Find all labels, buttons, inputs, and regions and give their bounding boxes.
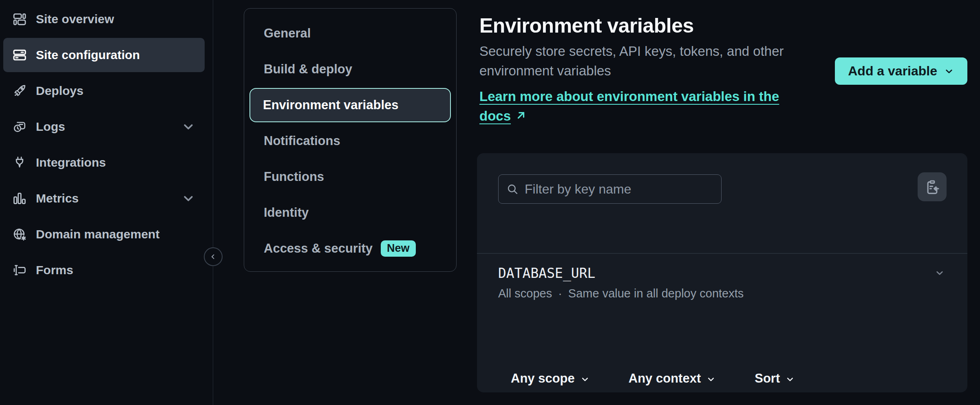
config-nav-item-label: Access & security xyxy=(264,241,373,256)
sort-dropdown[interactable]: Sort xyxy=(755,367,795,390)
sidebar-item-integrations[interactable]: Integrations xyxy=(3,145,205,180)
clipboard-import-icon xyxy=(924,179,940,195)
server-icon xyxy=(12,48,27,62)
form-icon xyxy=(12,263,27,277)
sidebar-item-label: Site configuration xyxy=(36,48,140,62)
config-nav-item-build-deploy[interactable]: Build & deploy xyxy=(244,51,456,87)
config-nav-item-notifications[interactable]: Notifications xyxy=(244,123,456,159)
env-var-meta: All scopes·Same value in all deploy cont… xyxy=(498,287,946,300)
dropdown-label: Sort xyxy=(755,371,780,386)
chevron-left-icon xyxy=(209,253,217,261)
env-vars-list: DATABASE_URLAll scopes·Same value in all… xyxy=(477,254,967,313)
sidebar-collapse-button[interactable] xyxy=(204,247,223,266)
sidebar-item-label: Metrics xyxy=(36,191,79,205)
config-nav-item-access-security[interactable]: Access & securityNew xyxy=(244,231,456,266)
chevron-down-icon xyxy=(181,191,196,206)
page-title: Environment variables xyxy=(479,14,694,37)
config-nav-item-identity[interactable]: Identity xyxy=(244,195,456,231)
chevron-down-icon[interactable] xyxy=(934,268,945,278)
grid-icon xyxy=(12,12,27,26)
chevron-down-icon xyxy=(706,374,716,384)
sidebar-item-forms[interactable]: Forms xyxy=(3,253,205,287)
any-context-dropdown[interactable]: Any context xyxy=(629,367,716,390)
any-scope-dropdown[interactable]: Any scope xyxy=(511,367,590,390)
sidebar-item-metrics[interactable]: Metrics xyxy=(3,181,205,216)
sidebar-nav: Site overviewSite configurationDeploysLo… xyxy=(0,2,213,287)
meta-separator: · xyxy=(558,287,562,300)
sidebar-item-label: Site overview xyxy=(36,12,114,26)
app-root: Site overviewSite configurationDeploysLo… xyxy=(0,0,980,405)
config-nav-item-label: Functions xyxy=(264,169,324,184)
sidebar-item-logs[interactable]: Logs xyxy=(3,110,205,144)
sidebar-item-label: Forms xyxy=(36,263,73,277)
env-var-row[interactable]: DATABASE_URLAll scopes·Same value in all… xyxy=(477,254,967,313)
logs-icon xyxy=(12,119,27,134)
sidebar: Site overviewSite configurationDeploysLo… xyxy=(0,0,213,405)
filter-input-wrapper xyxy=(498,174,722,204)
config-nav-item-general[interactable]: General xyxy=(244,15,456,51)
env-vars-panel: Any scopeAny contextSort DATABASE_URLAll… xyxy=(477,153,967,392)
sidebar-item-domain-management[interactable]: Domain management xyxy=(3,217,205,251)
config-nav-item-label: Notifications xyxy=(264,134,340,148)
chevron-down-icon xyxy=(944,66,954,77)
config-nav-item-label: General xyxy=(264,26,311,41)
filter-input[interactable] xyxy=(525,182,714,197)
add-variable-label: Add a variable xyxy=(848,64,937,79)
globe-icon xyxy=(12,227,27,242)
sidebar-item-label: Integrations xyxy=(36,156,106,169)
page-description: Securely store secrets, API keys, tokens… xyxy=(479,42,806,81)
dropdown-label: Any scope xyxy=(511,371,575,386)
sidebar-item-label: Domain management xyxy=(36,227,159,241)
env-var-key: DATABASE_URL xyxy=(498,265,946,281)
filter-dropdown-row: Any scopeAny contextSort xyxy=(511,367,795,390)
new-badge: New xyxy=(381,240,416,257)
chevron-down-icon xyxy=(181,119,196,134)
sidebar-item-deploys[interactable]: Deploys xyxy=(3,74,205,108)
sidebar-item-label: Deploys xyxy=(36,84,84,98)
main-content: Environment variables Securely store sec… xyxy=(477,0,967,405)
plug-icon xyxy=(12,155,27,170)
site-configuration-nav: GeneralBuild & deployEnvironment variabl… xyxy=(244,8,457,272)
chevron-down-icon xyxy=(580,374,590,384)
dropdown-label: Any context xyxy=(629,371,701,386)
env-var-scope: All scopes xyxy=(498,287,552,300)
config-nav-item-functions[interactable]: Functions xyxy=(244,159,456,195)
search-icon xyxy=(506,183,519,196)
docs-link[interactable]: Learn more about environment variables i… xyxy=(479,87,785,126)
rocket-icon xyxy=(12,84,27,98)
sidebar-item-site-configuration[interactable]: Site configuration xyxy=(3,38,205,72)
chevron-down-icon xyxy=(785,374,795,384)
external-link-icon xyxy=(515,109,527,121)
config-nav-item-label: Build & deploy xyxy=(264,62,352,77)
config-nav-item-environment-variables[interactable]: Environment variables xyxy=(249,88,451,122)
sidebar-item-site-overview[interactable]: Site overview xyxy=(3,2,205,36)
sidebar-item-label: Logs xyxy=(36,120,65,134)
env-var-context: Same value in all deploy contexts xyxy=(568,287,744,300)
bar-chart-icon xyxy=(12,191,27,206)
config-nav-item-label: Identity xyxy=(264,205,309,220)
import-env-button[interactable] xyxy=(918,172,947,201)
add-variable-button[interactable]: Add a variable xyxy=(835,57,967,85)
config-nav-item-label: Environment variables xyxy=(263,98,399,112)
